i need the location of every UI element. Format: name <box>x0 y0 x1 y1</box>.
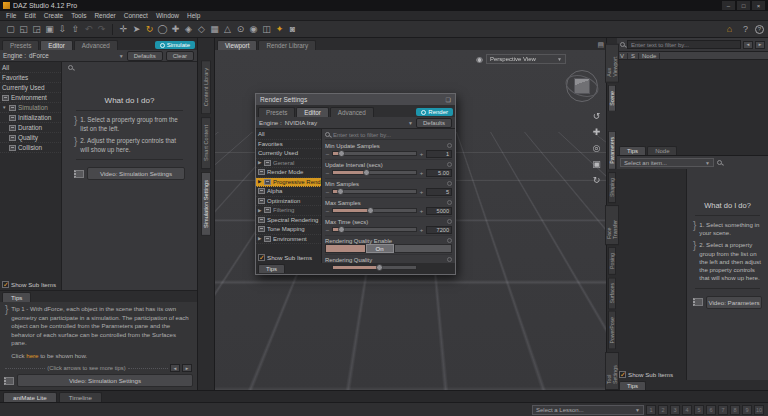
dialog-tab-presets[interactable]: Presets <box>258 107 295 117</box>
slider-value[interactable]: 5 <box>426 188 452 196</box>
pan-view-icon[interactable]: ✚ <box>591 126 602 137</box>
tab-tips[interactable]: Tips <box>2 292 31 302</box>
slider-thumb[interactable] <box>338 150 345 157</box>
simulate-button[interactable]: Simulate <box>155 41 195 49</box>
dialog-title-bar[interactable]: Render Settings ❏ <box>256 94 455 105</box>
select-item-dropdown[interactable]: Select an item... ▼ <box>620 158 714 167</box>
render-list-optimization[interactable]: Optimization <box>256 197 321 207</box>
lesson-button-2[interactable]: 2 <box>658 405 668 415</box>
parameter-gear-icon[interactable] <box>447 238 452 243</box>
slider-value[interactable]: 5000 <box>426 207 452 215</box>
render-list-currently-used[interactable]: Currently Used <box>256 149 321 159</box>
slider-thumb[interactable] <box>337 188 344 195</box>
open-icon[interactable]: ◱ <box>17 23 30 36</box>
pane-options-icon[interactable]: ▤ <box>597 41 604 49</box>
parameter-gear-icon[interactable] <box>447 162 452 167</box>
video-simulation-settings-button-2[interactable]: Video: Simulation Settings <box>17 374 193 387</box>
list-item-duration[interactable]: Duration <box>0 123 61 133</box>
rotate-tool-icon[interactable]: ↻ <box>143 23 156 36</box>
lesson-button-3[interactable]: 3 <box>670 405 680 415</box>
region-navigator-icon[interactable]: ◫ <box>260 23 273 36</box>
menu-window[interactable]: Window <box>152 12 183 19</box>
import-icon[interactable]: ⇩ <box>56 23 69 36</box>
tab-editor[interactable]: Editor <box>40 40 72 50</box>
show-sub-items-checkbox[interactable]: ✓ Show Sub Items <box>617 369 686 380</box>
lesson-button-7[interactable]: 7 <box>718 405 728 415</box>
tab-advanced[interactable]: Advanced <box>74 40 118 50</box>
column-selectable[interactable]: S <box>628 53 639 59</box>
next-tip-button[interactable]: ► <box>182 364 192 372</box>
here-link[interactable]: here <box>26 352 38 359</box>
slider-thumb[interactable] <box>363 169 370 176</box>
menu-help[interactable]: Help <box>183 12 204 19</box>
increment-button[interactable]: + <box>419 151 424 157</box>
universal-tool-icon[interactable]: ✚ <box>169 23 182 36</box>
list-item-currently-used[interactable]: Currently Used <box>0 83 61 93</box>
redo-icon[interactable]: ↷ <box>95 23 108 36</box>
render-list-alpha[interactable]: Alpha <box>256 187 321 197</box>
column-node[interactable]: Node <box>639 53 660 59</box>
dialog-tab-tips[interactable]: Tips <box>258 264 285 273</box>
render-list-progressive-rendering[interactable]: ▶Progressive Rend... <box>256 178 321 188</box>
slider-value[interactable]: 5.00 <box>426 169 452 177</box>
lesson-button-9[interactable]: 9 <box>742 405 752 415</box>
orbit-tool-icon[interactable]: ◯ <box>156 23 169 36</box>
expand-arrow-icon[interactable]: ▶ <box>258 160 262 165</box>
list-item-collision[interactable]: Collision <box>0 143 61 153</box>
tab-shaping[interactable]: Shaping <box>608 172 616 203</box>
tab-surfaces[interactable]: Surfaces <box>608 277 616 309</box>
menu-edit[interactable]: Edit <box>20 12 39 19</box>
slider-thumb[interactable] <box>338 226 345 233</box>
parameter-gear-icon[interactable] <box>447 143 452 148</box>
render-list-tone-mapping[interactable]: Tone Mapping <box>256 225 321 235</box>
toggle-on-button[interactable]: On <box>366 244 394 253</box>
tab-posing[interactable]: Posing <box>608 247 616 275</box>
orbit-view-icon[interactable]: ↺ <box>591 110 602 121</box>
previous-tip-button[interactable]: ◄ <box>170 364 180 372</box>
reset-view-icon[interactable]: ↻ <box>591 174 602 185</box>
save-icon[interactable]: ▣ <box>43 23 56 36</box>
menu-create[interactable]: Create <box>40 12 68 19</box>
tab-simulation-settings[interactable]: Simulation Settings <box>201 172 211 236</box>
slider-track[interactable] <box>332 189 417 194</box>
figure-tool-icon[interactable]: ◉ <box>247 23 260 36</box>
dialog-defaults-button[interactable]: Defaults <box>416 118 452 128</box>
scene-filter-input[interactable]: Enter text to filter by... <box>627 40 741 49</box>
help-icon[interactable]: ? <box>755 25 764 34</box>
tab-scene[interactable]: Scene <box>608 85 616 112</box>
defaults-button[interactable]: Defaults <box>127 51 163 61</box>
decrement-button[interactable]: – <box>325 170 330 176</box>
parameter-gear-icon[interactable] <box>447 219 452 224</box>
scene-node-list[interactable] <box>617 60 768 145</box>
slider-track[interactable] <box>332 227 417 232</box>
decrement-button[interactable]: – <box>325 227 330 233</box>
render-list-all[interactable]: All <box>256 130 321 140</box>
maximize-button[interactable]: □ <box>737 1 750 10</box>
list-item-simulation[interactable]: ▼Simulation <box>0 103 61 113</box>
tab-face-transfer[interactable]: Face Transfer <box>605 205 619 245</box>
render-filter-input[interactable]: Enter text to filter by... <box>333 132 391 138</box>
tab-parameters[interactable]: Parameters <box>608 131 616 170</box>
lesson-button-10[interactable]: 10 <box>754 405 764 415</box>
lesson-button-8[interactable]: 8 <box>730 405 740 415</box>
scene-navigator-icon[interactable]: ✛ <box>117 23 130 36</box>
tab-render-library[interactable]: Render Library <box>258 40 316 50</box>
list-item-all[interactable]: All <box>0 63 61 73</box>
render-list-environment[interactable]: ▶Environment <box>256 235 321 245</box>
minimize-button[interactable]: – <box>722 1 735 10</box>
search-icon[interactable] <box>717 160 722 165</box>
parameter-gear-icon[interactable] <box>447 181 452 186</box>
video-parameters-button[interactable]: Video: Parameters <box>706 296 762 309</box>
chevron-down-icon[interactable]: ▼ <box>119 53 124 59</box>
tab-animate-lite[interactable]: aniMate Lite <box>3 392 57 402</box>
tab-aux-viewport[interactable]: Aux Viewport <box>605 44 619 83</box>
dialog-tab-advanced[interactable]: Advanced <box>330 107 374 117</box>
camera-selector[interactable]: Perspective View ▼ <box>486 54 566 64</box>
show-sub-items-checkbox[interactable]: ✓ Show Sub Items <box>256 252 321 263</box>
decrement-button[interactable]: – <box>325 208 330 214</box>
increment-button[interactable]: + <box>419 170 424 176</box>
filter-next-button[interactable]: ► <box>755 41 765 49</box>
increment-button[interactable]: + <box>419 208 424 214</box>
export-icon[interactable]: ⇧ <box>69 23 82 36</box>
open-recent-icon[interactable]: ◲ <box>30 23 43 36</box>
